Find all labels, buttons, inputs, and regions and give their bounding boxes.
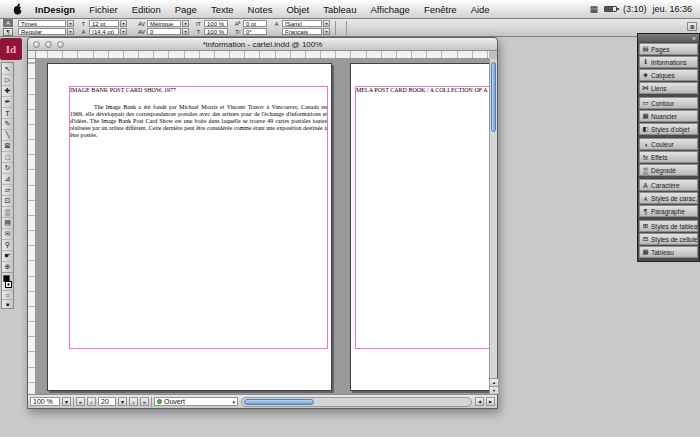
font-family-dropdown-icon[interactable]: ▾ [67, 20, 74, 27]
menu-objet[interactable]: Objet [279, 4, 316, 15]
rotate-tool[interactable]: ↻ [2, 162, 13, 173]
pen-tool[interactable]: ✒ [2, 96, 13, 107]
menu-aide[interactable]: Aide [464, 4, 497, 15]
font-size-dropdown-icon[interactable]: ▾ [120, 20, 127, 27]
panel-tab-styles-de-carac[interactable]: ᴀStyles de carac... [639, 192, 698, 204]
menu-affichage[interactable]: Affichage [363, 4, 416, 15]
ruler-vertical[interactable] [28, 59, 36, 394]
next-page-button[interactable]: › [129, 397, 138, 406]
character-style-field[interactable]: [Sans] [282, 20, 322, 27]
gradient-feather-tool[interactable]: ▤ [2, 217, 13, 228]
panel-tab-effets[interactable]: fxEffets [639, 151, 698, 163]
stroke-color-swatch[interactable] [5, 281, 12, 288]
rectangle-tool[interactable]: □ [2, 151, 13, 162]
menu-texte[interactable]: Texte [204, 4, 241, 15]
scroll-right-button[interactable]: ▶ [486, 397, 495, 406]
panel-tab-tableau[interactable]: ▦Tableau [639, 246, 698, 258]
kerning-dropdown-icon[interactable]: ▾ [182, 20, 189, 27]
panel-tab-calques[interactable]: ◈Calques [639, 69, 698, 81]
page-left[interactable]: IMAGE BANK POST CARD SHOW, 1977 The Imag… [47, 63, 332, 391]
panel-tab-couleur[interactable]: ◑Couleur [639, 138, 698, 150]
menu-edition[interactable]: Edition [125, 4, 168, 15]
menu-tableau[interactable]: Tableau [316, 4, 363, 15]
zoom-dropdown-icon[interactable]: ▾ [62, 397, 71, 406]
text-frame-right[interactable]: MELA POST CARD BOOK / A COLLECTION OF A [356, 87, 489, 104]
ruler-horizontal[interactable] [36, 51, 489, 59]
scroll-up-button[interactable]: ▲ [490, 378, 498, 386]
zoom-field[interactable]: 100 % [30, 397, 60, 406]
tracking-dropdown-icon[interactable]: ▾ [182, 28, 189, 35]
vertical-scroll-thumb[interactable] [491, 62, 496, 132]
direct-selection-tool[interactable]: ▷ [2, 74, 13, 85]
panel-tab-styles-de-cellule[interactable]: ⊟Styles de cellule [639, 233, 698, 245]
page-right[interactable]: MELA POST CARD BOOK / A COLLECTION OF A [350, 63, 489, 391]
dock-header[interactable]: « [638, 34, 699, 42]
panel-tab-styles-d-objet[interactable]: ◧Styles d'objet [639, 123, 698, 135]
type-tool[interactable]: T [2, 107, 13, 118]
position-tool[interactable]: ✚ [2, 85, 13, 96]
panel-tab-pages[interactable]: ▤Pages [639, 43, 698, 55]
panel-tab-informations[interactable]: ℹInformations [639, 56, 698, 68]
gradient-tool[interactable]: ▒ [2, 206, 13, 217]
panel-tab-contour[interactable]: ▭Contour [639, 97, 698, 109]
scale-tool[interactable]: ⊿ [2, 173, 13, 184]
font-family-field[interactable]: Times [18, 20, 66, 27]
panel-tab-paragraphe[interactable]: ¶Paragraphe [639, 205, 698, 217]
paragraph-mode-button[interactable]: ¶ [3, 28, 13, 36]
ruler-origin-corner[interactable] [28, 51, 36, 59]
skew-field[interactable]: 0° [243, 28, 267, 35]
kerning-field[interactable]: Métrique [147, 20, 181, 27]
menu-fen-tre[interactable]: Fenêtre [417, 4, 464, 15]
character-mode-button[interactable]: A [3, 19, 13, 27]
last-page-button[interactable]: » [140, 397, 149, 406]
leading-dropdown-icon[interactable]: ▾ [120, 28, 127, 35]
font-style-dropdown-icon[interactable]: ▾ [67, 28, 74, 35]
menu-clock[interactable]: jeu. 16:36 [652, 4, 692, 14]
panel-tab-nuancier[interactable]: ▦Nuancier [639, 110, 698, 122]
text-frame-left[interactable]: IMAGE BANK POST CARD SHOW, 1977 The Imag… [70, 87, 327, 139]
hand-tool[interactable]: ☛ [2, 250, 13, 261]
panel-tab-d-grad[interactable]: ▒Dégradé [639, 164, 698, 176]
prev-page-button[interactable]: ‹ [87, 397, 96, 406]
first-page-button[interactable]: « [76, 397, 85, 406]
horizontal-scrollbar[interactable] [241, 397, 472, 407]
versioncue-status[interactable]: Ouvert ▾ [154, 397, 238, 406]
document-canvas[interactable]: IMAGE BANK POST CARD SHOW, 1977 The Imag… [36, 59, 489, 394]
frame-tool[interactable]: ⊠ [2, 140, 13, 151]
apple-menu[interactable] [8, 3, 28, 15]
line-tool[interactable]: ╲ [2, 129, 13, 140]
vertical-scale-field[interactable]: 100 % [204, 20, 228, 27]
panel-tab-caract-re[interactable]: ACaractère [639, 179, 698, 191]
language-field[interactable]: Français [282, 28, 322, 35]
shear-tool[interactable]: ▱ [2, 184, 13, 195]
menu-notes[interactable]: Notes [241, 4, 280, 15]
input-menu-icon[interactable]: ▦ [589, 4, 598, 14]
vertical-scrollbar[interactable]: ▲ ▼ [489, 59, 497, 394]
tracking-field[interactable]: 0 [147, 28, 181, 35]
note-tool[interactable]: ✉ [2, 228, 13, 239]
character-style-dropdown-icon[interactable]: ▾ [323, 20, 330, 27]
expand-dock-icon[interactable]: « [692, 35, 696, 42]
page-number-field[interactable]: 20 [98, 397, 116, 406]
language-dropdown-icon[interactable]: ▾ [323, 28, 330, 35]
zoom-tool[interactable]: ⊕ [2, 261, 13, 272]
zoom-window-button[interactable] [57, 41, 64, 48]
menu-page[interactable]: Page [168, 4, 204, 15]
scroll-left-button[interactable]: ◀ [475, 397, 484, 406]
minimize-button[interactable] [45, 41, 52, 48]
close-button[interactable] [33, 41, 40, 48]
horizontal-scroll-thumb[interactable] [244, 399, 314, 405]
panel-tab-liens[interactable]: ⋈Liens [639, 82, 698, 94]
leading-field[interactable]: (14,4 pt) [89, 28, 119, 35]
panel-tab-styles-de-tableau[interactable]: ⊞Styles de tableau [639, 220, 698, 232]
font-size-field[interactable]: 12 pt [89, 20, 119, 27]
panel-menu-button[interactable]: ≣ [687, 22, 697, 31]
pencil-tool[interactable]: ✎ [2, 118, 13, 129]
preview-view-button[interactable]: ■ [2, 299, 13, 308]
window-title-bar[interactable]: *information - cartel.indd @ 100% [28, 38, 497, 51]
scroll-down-button[interactable]: ▼ [490, 386, 498, 394]
normal-view-button[interactable]: □ [2, 290, 13, 299]
horizontal-scale-field[interactable]: 100 % [204, 28, 228, 35]
free-transform-tool[interactable]: ⊡ [2, 195, 13, 206]
page-dropdown-icon[interactable]: ▾ [118, 397, 127, 406]
